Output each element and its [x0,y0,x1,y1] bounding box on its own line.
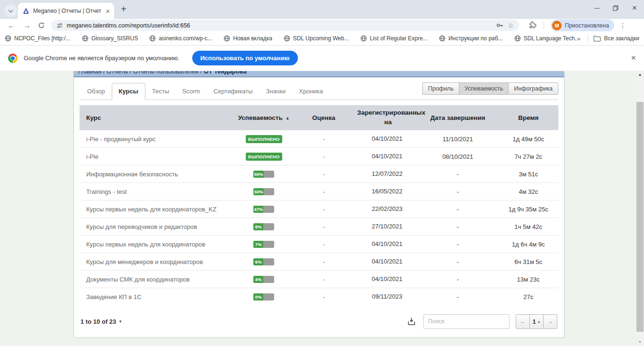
search-input[interactable] [423,314,510,329]
password-key-icon[interactable] [496,21,504,29]
table-row: i-Pie ВЫПОЛНЕНО - 04/10/2021 08/10/2021 … [80,147,558,165]
browser-menu-icon[interactable]: ⋮ [619,22,626,29]
completion-date-cell: - [417,171,499,178]
all-bookmarks-button[interactable]: Все закладки [593,35,639,42]
forward-icon[interactable]: → [23,21,31,29]
report-tab-label: Курсы [119,88,138,95]
view-button[interactable]: Инфографика [508,82,558,95]
course-name[interactable]: Документы СМК для координаторов [80,276,238,283]
rows-range-selector[interactable]: 1 to 10 of 23 ▼ [80,318,122,325]
report-tab[interactable]: Значки [259,83,293,100]
report-tab[interactable]: Хроника [292,83,330,100]
bookmark-star-icon[interactable]: ☆ [508,22,514,29]
report-tab[interactable]: Курсы [112,83,145,100]
minimize-button[interactable] [587,0,606,16]
completion-date-cell: - [417,241,499,248]
column-enrolled-label: Зарегистрированных на [357,108,419,127]
progress-bar-fill: 6% [253,258,263,265]
browser-tab[interactable]: Meganeo | Отчеты | Отчеты по × [18,3,114,19]
bookmark-item[interactable]: Новая вкладка [224,35,272,42]
breadcrumb[interactable]: Главная / Отчеты / Отчеты пользователей … [78,71,564,75]
view-button[interactable]: Профиль [422,82,459,95]
bookmark-item[interactable]: Glossary_SISRUS [82,35,138,42]
maximize-button[interactable] [606,0,625,16]
progress-bar: 4% [253,276,274,283]
view-button[interactable]: Успеваемость [459,82,509,95]
page-scrollbar[interactable]: ▲ ▼ [636,71,644,346]
window-close-button[interactable]: × [625,0,644,16]
column-enrolled[interactable]: Зарегистрированных на [357,108,417,127]
course-name[interactable]: Курсы первых недель для координаторов_KZ [80,206,238,213]
course-name[interactable]: Курсы для менеджеров и координаторов [80,258,238,265]
browser-toolbar: ← → meganeo.talentlms.com/reports/userin… [0,19,644,32]
back-icon[interactable]: ← [7,21,16,29]
scrollbar-thumb[interactable] [636,102,644,332]
column-progress[interactable]: Успеваемость▲ [238,114,290,121]
bookmarks-overflow-icon[interactable]: » [577,35,581,42]
course-name[interactable]: i-Pie [80,153,238,160]
column-time[interactable]: Время [499,114,558,121]
scroll-up-icon[interactable]: ▲ [636,72,644,78]
column-course[interactable]: Курс [80,114,238,121]
course-name[interactable]: i-Pie - продвинутый курс [80,136,238,143]
course-name[interactable]: Курсы для переводчиков и редакторов [80,223,238,230]
bookmark-item[interactable]: SDL Upcoming Web... [284,35,349,42]
bookmark-label: Новая вкладка [233,35,272,42]
report-tab[interactable]: Сертификаты [207,83,259,100]
set-default-button[interactable]: Использовать по умолчанию [192,51,298,65]
address-bar[interactable]: meganeo.talentlms.com/reports/userinfo/i… [51,20,519,31]
site-settings-icon[interactable] [56,22,63,29]
report-tab[interactable]: Тесты [145,83,176,100]
column-score[interactable]: Оценка [290,114,358,121]
course-name[interactable]: Информационная безопасность [80,171,238,178]
table-row: Курсы для менеджеров и координаторов 6% … [80,253,558,270]
bookmark-label: List of Regular Expre... [370,35,428,42]
scroll-down-icon[interactable]: ▼ [636,339,644,346]
profile-chip[interactable]: M Приостановлена [551,19,614,31]
restore-icon [613,5,618,11]
course-name[interactable]: Заведение КП в 1С [80,293,238,300]
column-progress-label: Успеваемость [238,114,283,121]
new-tab-button[interactable]: + [118,4,129,15]
progress-cell: 50% [238,188,290,195]
progress-bar-fill: 0% [253,293,263,300]
course-name[interactable]: Trainings - test [80,188,238,195]
infobar-message: Google Chrome не является браузером по у… [24,55,179,62]
export-download-icon[interactable] [407,317,416,326]
enrolled-date-cell: 09/11/2023 [357,293,417,300]
prev-page-button[interactable]: ← [516,314,530,329]
course-name[interactable]: Курсы первых недель для координаторов [80,241,238,248]
progress-cell: 50% [238,170,290,178]
progress-bar-fill: 4% [253,276,263,283]
progress-cell: 0% [238,293,290,300]
bookmark-item[interactable]: NCPOC_Files [http:/... [5,35,71,42]
enrolled-date-cell: 04/10/2021 [357,153,417,160]
current-page-button[interactable]: 1▲ [529,314,544,329]
bookmark-item[interactable]: List of Regular Expre... [360,35,428,42]
report-tab[interactable]: Scorm [176,83,207,100]
tab-close-icon[interactable]: × [104,8,111,15]
column-completed[interactable]: Дата завершения [417,114,499,121]
score-cell: - [290,258,358,265]
infobar-close-icon[interactable]: × [631,53,636,63]
view-button-label: Профиль [428,85,454,92]
report-tab-label: Тесты [152,88,169,95]
progress-cell: 6% [238,258,290,265]
breadcrumb-path[interactable]: Главная / Отчеты / Отчеты пользователей … [78,71,202,75]
view-button-label: Успеваемость [465,85,503,92]
report-tab-label: Сертификаты [214,88,253,95]
bookmark-item[interactable]: Инструкции по раб... [439,35,503,42]
progress-percent-label: 6% [255,259,262,264]
tab-search-button[interactable] [4,4,17,17]
bookmark-item[interactable]: asinenko.com/wp-c... [149,35,212,42]
reload-icon[interactable] [38,22,45,29]
time-cell: 27с [499,293,558,300]
progress-cell: ВЫПОЛНЕНО [238,153,290,161]
table-row: Trainings - test 50% - 16/05/2022 - 4м 3… [80,182,558,200]
bookmark-item[interactable]: SDL Language Tech... [514,35,577,42]
report-tab[interactable]: Обзор [80,83,112,100]
progress-bar-fill: 8% [253,223,263,230]
extensions-icon[interactable] [528,21,537,29]
next-page-button[interactable]: → [543,314,557,329]
enrolled-date-cell: 04/10/2021 [357,240,417,248]
